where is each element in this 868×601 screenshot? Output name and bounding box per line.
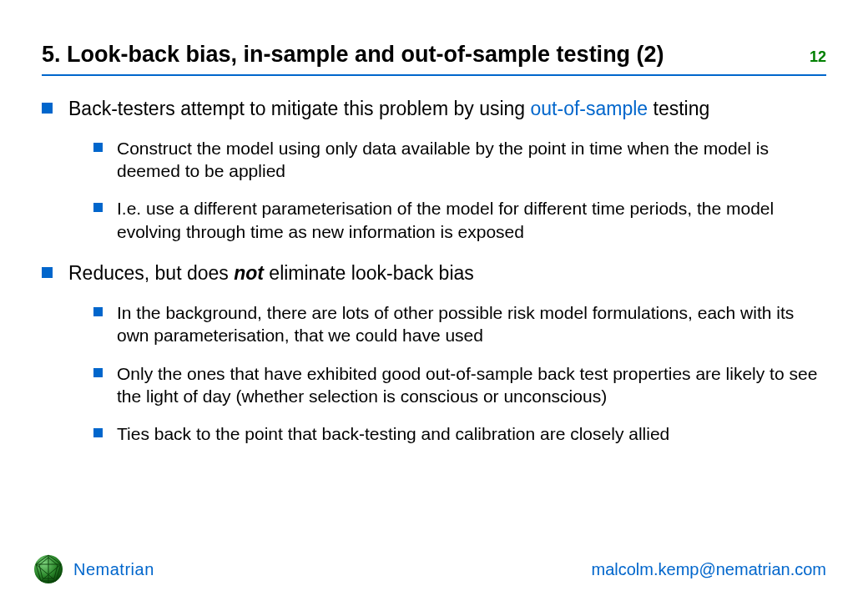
brand-name: Nematrian bbox=[73, 560, 154, 579]
bullet-2-text-after: eliminate look-back bias bbox=[264, 262, 474, 284]
bullet-2-sub-2: Only the ones that have exhibited good o… bbox=[93, 362, 826, 408]
bullet-2-emph: not bbox=[234, 262, 264, 284]
bullet-1-text-after: testing bbox=[648, 98, 709, 119]
brand-logo-icon bbox=[32, 553, 65, 586]
brand: Nematrian bbox=[32, 553, 154, 586]
header: 5. Look-back bias, in-sample and out-of-… bbox=[42, 42, 826, 68]
slide: 5. Look-back bias, in-sample and out-of-… bbox=[0, 0, 868, 601]
page-number: 12 bbox=[810, 48, 826, 66]
slide-title: 5. Look-back bias, in-sample and out-of-… bbox=[42, 42, 664, 68]
bullet-2: Reduces, but does not eliminate look-bac… bbox=[42, 261, 826, 445]
bullet-2-sub-1: In the background, there are lots of oth… bbox=[93, 301, 826, 347]
bullet-2-sub-3: Ties back to the point that back-testing… bbox=[93, 422, 826, 445]
bullet-1: Back-testers attempt to mitigate this pr… bbox=[42, 97, 826, 243]
footer: Nematrian malcolm.kemp@nematrian.com bbox=[32, 553, 826, 586]
bullet-1-text-before: Back-testers attempt to mitigate this pr… bbox=[68, 98, 531, 119]
content: Back-testers attempt to mitigate this pr… bbox=[42, 97, 826, 445]
bullet-1-sub-1: Construct the model using only data avai… bbox=[93, 137, 826, 183]
bullet-2-text-before: Reduces, but does bbox=[68, 262, 234, 284]
bullet-1-sub-2: I.e. use a different parameterisation of… bbox=[93, 197, 826, 243]
title-divider bbox=[42, 74, 826, 76]
contact-email: malcolm.kemp@nematrian.com bbox=[592, 560, 827, 579]
bullet-1-highlight: out-of-sample bbox=[531, 98, 648, 119]
